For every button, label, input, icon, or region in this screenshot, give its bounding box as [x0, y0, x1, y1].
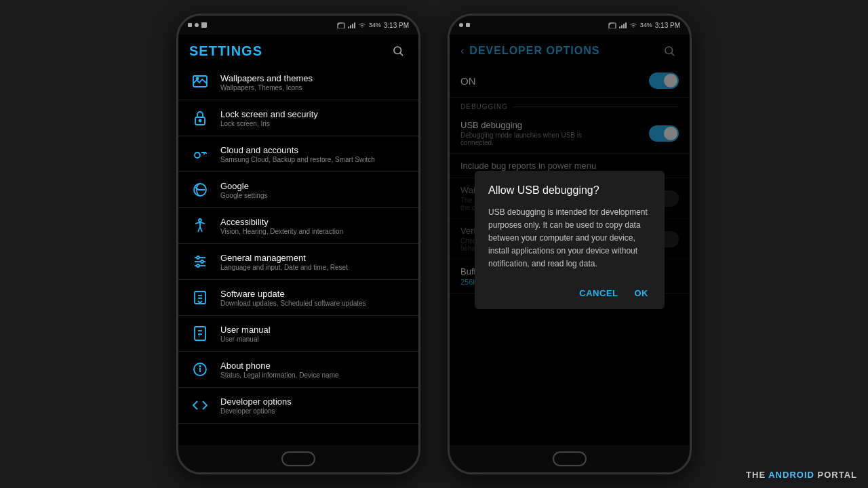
settings-item-wallpapers[interactable]: Wallpapers and themes Wallpapers, Themes… — [178, 64, 418, 100]
google-text: Google Google settings — [220, 181, 408, 199]
update-icon — [189, 287, 211, 308]
google-icon — [189, 179, 211, 201]
accessibility-title: Accessibility — [220, 217, 408, 227]
phones-container: 34% 3:13 PM SETTINGS — [176, 14, 692, 474]
home-button-right[interactable] — [553, 451, 587, 466]
search-button[interactable] — [389, 41, 408, 60]
software-subtitle: Download updates, Scheduled software upd… — [220, 300, 408, 307]
settings-item-about[interactable]: About phone Status, Legal information, D… — [178, 352, 418, 388]
status-right-left-icons — [459, 23, 470, 27]
watermark-accent: ANDROID — [768, 470, 814, 480]
accessibility-icon — [189, 215, 211, 237]
settings-item-accessibility[interactable]: Accessibility Vision, Hearing, Dexterity… — [178, 208, 418, 244]
signal-bars — [348, 22, 355, 28]
general-subtitle: Language and input, Date and time, Reset — [220, 264, 408, 271]
status-bar-right: 34% 3:13 PM — [450, 16, 690, 35]
home-bar-left — [178, 445, 418, 472]
svg-point-4 — [197, 78, 199, 80]
svg-rect-19 — [195, 327, 205, 340]
signal-bar-1 — [348, 26, 349, 28]
battery-left: 34% — [369, 22, 381, 28]
key-icon — [189, 143, 211, 165]
notification-icon-3 — [201, 22, 207, 28]
settings-item-cloud[interactable]: Cloud and accounts Samsung Cloud, Backup… — [178, 136, 418, 172]
manual-title: User manual — [220, 325, 408, 335]
wifi-icon — [358, 22, 366, 28]
status-bar-left: 34% 3:13 PM — [178, 16, 418, 35]
svg-point-9 — [199, 219, 201, 222]
signal-bar-r1 — [619, 26, 620, 28]
dialog-overlay: Allow USB debugging? USB debugging is in… — [450, 64, 690, 445]
phone-left: 34% 3:13 PM SETTINGS — [176, 14, 420, 474]
sliders-icon — [189, 251, 211, 272]
general-title: General management — [220, 253, 408, 263]
usb-debug-dialog: Allow USB debugging? USB debugging is in… — [475, 171, 665, 310]
signal-bars-right — [619, 22, 627, 28]
sim-icon-right — [608, 22, 616, 28]
settings-item-general[interactable]: General management Language and input, D… — [178, 244, 418, 280]
svg-line-2 — [400, 53, 402, 55]
home-bar-right — [450, 445, 690, 472]
dialog-ok-button[interactable]: OK — [632, 284, 652, 302]
dialog-body: USB debugging is intended for developmen… — [488, 206, 651, 271]
signal-bar-r4 — [625, 22, 627, 28]
dialog-title: Allow USB debugging? — [488, 184, 651, 197]
status-left-icons — [188, 22, 207, 28]
info-icon — [189, 359, 211, 380]
wallpapers-text: Wallpapers and themes Wallpapers, Themes… — [220, 73, 408, 92]
signal-bar-3 — [352, 24, 353, 28]
settings-screen: SETTINGS — [178, 35, 418, 445]
wifi-icon-right — [629, 22, 637, 28]
about-title: About phone — [220, 361, 408, 371]
google-subtitle: Google settings — [220, 192, 408, 199]
about-subtitle: Status, Legal information, Device name — [220, 371, 408, 379]
watermark: THE ANDROID PORTAL — [746, 470, 857, 480]
svg-point-6 — [199, 120, 201, 122]
time-left: 3:13 PM — [384, 22, 409, 29]
battery-right: 34% — [640, 22, 652, 28]
dev-text: Developer options Developer options — [220, 396, 408, 415]
dev-icon — [189, 394, 211, 416]
manual-subtitle: User manual — [220, 336, 408, 343]
settings-list: Wallpapers and themes Wallpapers, Themes… — [178, 64, 418, 445]
dev-subtitle: Developer options — [220, 407, 408, 415]
settings-item-google[interactable]: Google Google settings — [178, 172, 418, 208]
settings-item-dev[interactable]: Developer options Developer options — [178, 388, 418, 424]
cloud-title: Cloud and accounts — [220, 145, 408, 155]
phone-right: 34% 3:13 PM ‹ DEVELOPER OPTIONS — [448, 14, 692, 474]
settings-header: SETTINGS — [178, 35, 418, 64]
cloud-text: Cloud and accounts Samsung Cloud, Backup… — [220, 145, 408, 163]
signal-bar-r3 — [623, 24, 625, 28]
wallpaper-icon — [189, 71, 211, 93]
notification-icon-2 — [195, 23, 199, 27]
manual-text: User manual User manual — [220, 325, 408, 343]
signal-bar-r2 — [621, 25, 623, 28]
accessibility-text: Accessibility Vision, Hearing, Dexterity… — [220, 217, 408, 235]
manual-icon: ? — [189, 323, 211, 344]
lock-title: Lock screen and security — [220, 109, 408, 119]
svg-point-7 — [195, 152, 200, 158]
settings-item-software[interactable]: Software update Download updates, Schedu… — [178, 280, 418, 316]
svg-point-25 — [199, 366, 201, 367]
settings-item-manual[interactable]: ? User manual User manual — [178, 316, 418, 352]
time-right: 3:13 PM — [655, 22, 680, 29]
svg-rect-16 — [195, 291, 205, 304]
dev-title: Developer options — [220, 396, 408, 407]
dev-content: ON DEBUGGING USB debugging — [450, 64, 690, 445]
wallpapers-title: Wallpapers and themes — [220, 73, 408, 83]
notification-icon-1 — [188, 23, 192, 27]
sim-icon — [337, 22, 345, 28]
notif-icon-r2 — [466, 23, 470, 27]
software-text: Software update Download updates, Schedu… — [220, 289, 408, 307]
lock-text: Lock screen and security Lock screen, Ir… — [220, 109, 408, 127]
settings-item-lock[interactable]: Lock screen and security Lock screen, Ir… — [178, 100, 418, 136]
dev-screen: ‹ DEVELOPER OPTIONS ON — [450, 35, 690, 445]
signal-bar-4 — [354, 22, 355, 28]
lock-icon — [189, 107, 211, 129]
dialog-cancel-button[interactable]: CANCEL — [576, 284, 620, 302]
home-button-left[interactable] — [281, 451, 315, 466]
lock-subtitle: Lock screen, Iris — [220, 120, 408, 127]
dialog-buttons: CANCEL OK — [488, 281, 651, 302]
screen-right: ‹ DEVELOPER OPTIONS ON — [450, 35, 690, 445]
about-text: About phone Status, Legal information, D… — [220, 361, 408, 379]
